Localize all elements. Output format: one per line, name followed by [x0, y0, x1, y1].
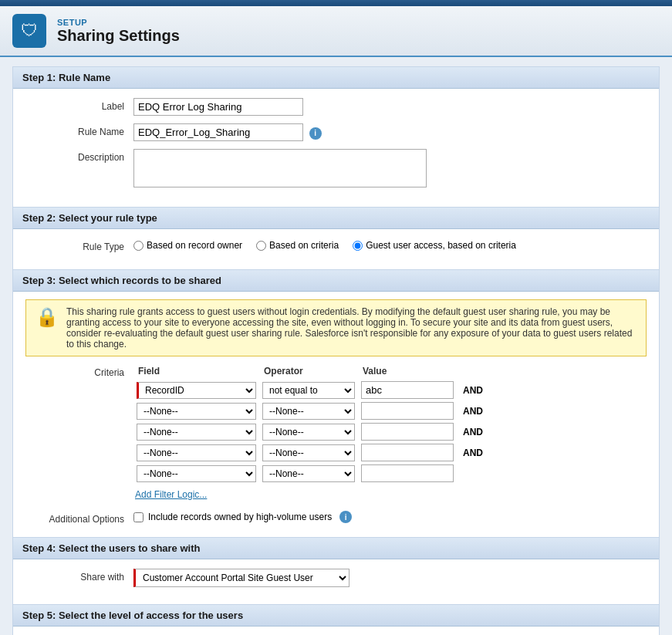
- step3-header: Step 3: Select which records to be share…: [13, 270, 659, 292]
- step2-section: Step 2: Select your rule type Rule Type …: [12, 208, 660, 270]
- rulename-field-label: Rule Name: [25, 123, 133, 137]
- table-row: --None-- --None-- AND: [133, 421, 486, 442]
- description-input[interactable]: [133, 149, 427, 187]
- rulename-input[interactable]: [133, 123, 303, 141]
- rule-type-radio1[interactable]: [133, 241, 144, 251]
- setup-label: SETUP: [57, 18, 180, 27]
- value-input-3[interactable]: [361, 423, 454, 441]
- additional-options-row: Additional Options Include records owned…: [25, 511, 647, 525]
- criteria-controls: Field Operator Value RecordID--None-- no…: [133, 364, 486, 506]
- share-with-row: Share with Customer Account Portal Site …: [25, 569, 647, 587]
- description-control-wrap: [133, 149, 647, 190]
- rule-type-option3-label: Guest user access, based on criteria: [366, 240, 516, 251]
- col-field: Field: [133, 364, 259, 380]
- col-value: Value: [358, 364, 457, 380]
- operator-select-1[interactable]: not equal toequals--None--: [262, 382, 355, 399]
- label-control-wrap: [133, 98, 647, 116]
- rule-type-controls: Based on record owner Based on criteria …: [133, 238, 647, 251]
- additional-options-controls: Include records owned by high-volume use…: [133, 511, 647, 523]
- step1-header: Step 1: Rule Name: [13, 67, 659, 89]
- step4-header: Step 4: Select the users to share with: [13, 538, 659, 559]
- header: 🛡 SETUP Sharing Settings: [0, 6, 672, 57]
- operator-select-3[interactable]: --None--: [262, 424, 355, 441]
- content-area: Step 1: Rule Name Label Rule Name i Desc…: [0, 57, 672, 635]
- criteria-row: Criteria Field Operator Value: [25, 364, 647, 506]
- value-input-5[interactable]: [361, 464, 454, 482]
- step1-section: Step 1: Rule Name Label Rule Name i Desc…: [12, 66, 660, 208]
- rulename-row: Rule Name i: [25, 123, 647, 141]
- rule-type-radio3[interactable]: [353, 241, 363, 251]
- rule-type-row: Rule Type Based on record owner Based on…: [25, 238, 647, 252]
- step2-header: Step 2: Select your rule type: [13, 208, 659, 229]
- field-select-5[interactable]: --None--: [137, 465, 256, 482]
- rule-type-option2-label: Based on criteria: [269, 240, 339, 251]
- rule-type-option1-label: Based on record owner: [147, 240, 242, 251]
- label-input[interactable]: [133, 98, 303, 116]
- operator-select-2[interactable]: --None--: [262, 403, 355, 420]
- warning-box: 🔒 This sharing rule grants access to gue…: [25, 299, 647, 356]
- label-field-label: Label: [25, 98, 133, 112]
- rule-type-option1[interactable]: Based on record owner: [133, 240, 242, 251]
- field-select-4[interactable]: --None--: [137, 444, 256, 461]
- step4-body: Share with Customer Account Portal Site …: [13, 559, 659, 604]
- rule-type-option2[interactable]: Based on criteria: [256, 240, 339, 251]
- criteria-table: Field Operator Value RecordID--None-- no…: [133, 364, 486, 484]
- table-row: --None-- --None-- AND: [133, 400, 486, 421]
- and-label-4: AND: [460, 448, 483, 458]
- page-title: Sharing Settings: [57, 27, 180, 45]
- field-select-2[interactable]: --None--: [137, 403, 256, 420]
- step5-body: Access Level Read Only Read/Write: [13, 627, 659, 635]
- step2-body: Rule Type Based on record owner Based on…: [13, 229, 659, 269]
- step1-body: Label Rule Name i Description: [13, 89, 659, 207]
- share-with-select[interactable]: Customer Account Portal Site Guest User: [133, 569, 350, 587]
- rule-type-radio2[interactable]: [256, 241, 266, 251]
- value-input-2[interactable]: [361, 402, 454, 420]
- high-volume-checkbox[interactable]: [133, 512, 144, 522]
- step5-header: Step 5: Select the level of access for t…: [13, 605, 659, 627]
- rule-type-label: Rule Type: [25, 238, 133, 252]
- operator-select-4[interactable]: --None--: [262, 444, 355, 461]
- lock-icon: 🔒: [35, 306, 59, 328]
- and-label-3: AND: [460, 427, 483, 437]
- rule-type-option3[interactable]: Guest user access, based on criteria: [353, 240, 516, 251]
- header-text: SETUP Sharing Settings: [57, 18, 180, 45]
- step3-body: 🔒 This sharing rule grants access to gue…: [13, 292, 659, 537]
- high-volume-checkbox-label[interactable]: Include records owned by high-volume use…: [133, 511, 647, 523]
- warning-text: This sharing rule grants access to guest…: [66, 306, 637, 350]
- step3-section: Step 3: Select which records to be share…: [12, 270, 660, 538]
- table-row: RecordID--None-- not equal toequals--Non…: [133, 380, 486, 400]
- description-row: Description: [25, 149, 647, 190]
- high-volume-checkbox-text: Include records owned by high-volume use…: [148, 512, 332, 522]
- step4-section: Step 4: Select the users to share with S…: [12, 538, 660, 605]
- col-operator: Operator: [259, 364, 358, 380]
- top-bar: [0, 0, 672, 6]
- shield-icon: 🛡: [12, 14, 46, 48]
- table-row: --None-- --None-- AND: [133, 442, 486, 463]
- add-filter-link[interactable]: Add Filter Logic...: [135, 489, 207, 500]
- and-label-2: AND: [460, 406, 483, 417]
- step5-section: Step 5: Select the level of access for t…: [12, 605, 660, 635]
- criteria-label: Criteria: [25, 364, 133, 378]
- additional-options-label: Additional Options: [25, 511, 133, 525]
- table-row: --None-- --None--: [133, 463, 486, 484]
- field-select-3[interactable]: --None--: [137, 424, 256, 441]
- value-input-1[interactable]: [361, 381, 454, 399]
- share-with-label: Share with: [25, 569, 133, 583]
- share-with-control-wrap: Customer Account Portal Site Guest User: [133, 569, 647, 587]
- operator-select-5[interactable]: --None--: [262, 465, 355, 482]
- and-label-1: AND: [460, 385, 483, 396]
- high-volume-info-icon[interactable]: i: [339, 511, 352, 523]
- field-select-1[interactable]: RecordID--None--: [137, 382, 256, 399]
- value-input-4[interactable]: [361, 444, 454, 461]
- rulename-control-wrap: i: [133, 123, 647, 141]
- description-field-label: Description: [25, 149, 133, 163]
- label-row: Label: [25, 98, 647, 116]
- rulename-info-icon[interactable]: i: [309, 127, 322, 140]
